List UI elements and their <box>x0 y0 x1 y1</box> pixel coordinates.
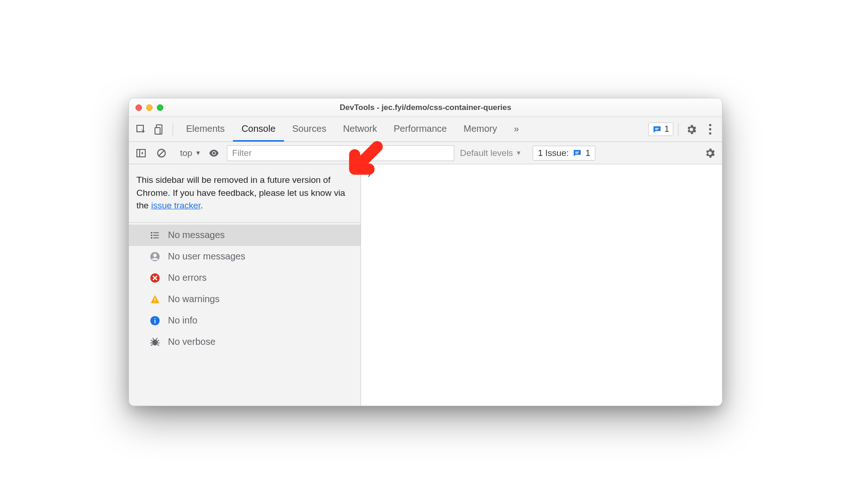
execution-context-selector[interactable]: top ▼ <box>180 148 201 158</box>
messages-badge[interactable]: 1 <box>648 123 673 136</box>
svg-rect-23 <box>155 320 155 323</box>
tab-elements[interactable]: Elements <box>178 117 233 142</box>
issues-count: 1 <box>586 148 591 158</box>
svg-rect-4 <box>655 129 658 130</box>
svg-rect-24 <box>155 318 155 319</box>
svg-line-8 <box>159 150 164 155</box>
warning-icon <box>149 294 161 305</box>
svg-rect-3 <box>655 128 659 129</box>
svg-rect-10 <box>575 153 578 154</box>
user-icon <box>149 251 161 262</box>
sidebar-item-label: No errors <box>168 272 206 283</box>
tab-sources[interactable]: Sources <box>284 117 335 142</box>
error-icon <box>149 272 161 284</box>
sidebar-item-errors[interactable]: No errors <box>129 267 361 289</box>
notice-text-post: . <box>200 200 203 210</box>
console-sidebar: This sidebar will be removed in a future… <box>129 164 361 406</box>
clear-console-icon[interactable] <box>154 146 169 161</box>
minimize-window-button[interactable] <box>146 104 153 111</box>
svg-point-13 <box>151 234 153 236</box>
separator <box>678 123 678 136</box>
device-toolbar-icon[interactable] <box>151 121 168 138</box>
tab-memory[interactable]: Memory <box>455 117 505 142</box>
issues-badge[interactable]: 1 Issue: 1 <box>533 146 595 161</box>
traffic-lights <box>135 104 163 111</box>
inspect-element-icon[interactable] <box>133 121 149 138</box>
sidebar-item-user-messages[interactable]: No user messages <box>129 246 361 267</box>
context-label: top <box>180 148 192 158</box>
tab-network[interactable]: Network <box>335 117 385 142</box>
zoom-window-button[interactable] <box>157 104 163 111</box>
levels-label: Default levels <box>460 148 513 158</box>
dropdown-triangle-icon: ▼ <box>195 149 201 156</box>
close-window-button[interactable] <box>135 104 142 111</box>
main-tabbar: Elements Console Sources Network Perform… <box>129 117 722 142</box>
sidebar-categories: No messages No user messages No errors <box>129 223 361 353</box>
console-prompt-icon: › <box>367 169 371 179</box>
panel-tabs: Elements Console Sources Network Perform… <box>178 117 527 142</box>
separator <box>173 123 173 136</box>
sidebar-item-info[interactable]: No info <box>129 310 361 331</box>
sidebar-item-label: No user messages <box>168 251 245 262</box>
info-icon <box>149 315 161 326</box>
list-icon <box>149 230 161 241</box>
settings-icon[interactable] <box>683 121 700 138</box>
sidebar-item-warnings[interactable]: No warnings <box>129 289 361 310</box>
console-toolbar: top ▼ Default levels ▼ 1 Issue: 1 <box>129 142 722 164</box>
log-levels-selector[interactable]: Default levels ▼ <box>460 148 522 158</box>
filter-input[interactable] <box>227 145 454 161</box>
content-area: This sidebar will be removed in a future… <box>129 164 722 406</box>
devtools-window: DevTools - jec.fyi/demo/css-container-qu… <box>129 98 722 406</box>
svg-point-11 <box>151 232 153 233</box>
messages-badge-count: 1 <box>664 124 669 134</box>
window-title: DevTools - jec.fyi/demo/css-container-qu… <box>129 103 722 112</box>
sidebar-item-verbose[interactable]: No verbose <box>129 331 361 353</box>
svg-point-18 <box>153 253 156 257</box>
svg-rect-14 <box>153 235 159 236</box>
console-output[interactable]: › <box>361 164 722 406</box>
svg-point-25 <box>153 339 158 345</box>
issue-tracker-link[interactable]: issue tracker <box>151 200 201 210</box>
dropdown-triangle-icon: ▼ <box>516 149 522 156</box>
sidebar-item-label: No warnings <box>168 294 219 304</box>
svg-point-15 <box>151 237 153 239</box>
tab-performance[interactable]: Performance <box>386 117 456 142</box>
sidebar-item-label: No info <box>168 315 197 326</box>
issues-label: 1 Issue: <box>538 148 569 158</box>
svg-rect-12 <box>153 232 159 233</box>
svg-rect-2 <box>155 128 160 134</box>
live-expression-icon[interactable] <box>206 146 221 161</box>
deprecation-notice: This sidebar will be removed in a future… <box>129 164 361 223</box>
bug-icon <box>149 336 161 348</box>
svg-rect-21 <box>155 301 155 302</box>
toggle-sidebar-icon[interactable] <box>134 146 148 161</box>
sidebar-item-messages[interactable]: No messages <box>129 225 361 246</box>
svg-rect-16 <box>153 237 159 238</box>
svg-rect-9 <box>575 151 579 152</box>
sidebar-item-label: No verbose <box>168 336 215 347</box>
titlebar: DevTools - jec.fyi/demo/css-container-qu… <box>129 98 722 117</box>
svg-rect-20 <box>155 298 155 301</box>
tab-console[interactable]: Console <box>233 117 284 142</box>
console-settings-icon[interactable] <box>703 146 717 161</box>
tabs-overflow-button[interactable]: » <box>505 117 527 142</box>
more-menu-icon[interactable] <box>702 121 718 138</box>
sidebar-item-label: No messages <box>168 230 225 240</box>
